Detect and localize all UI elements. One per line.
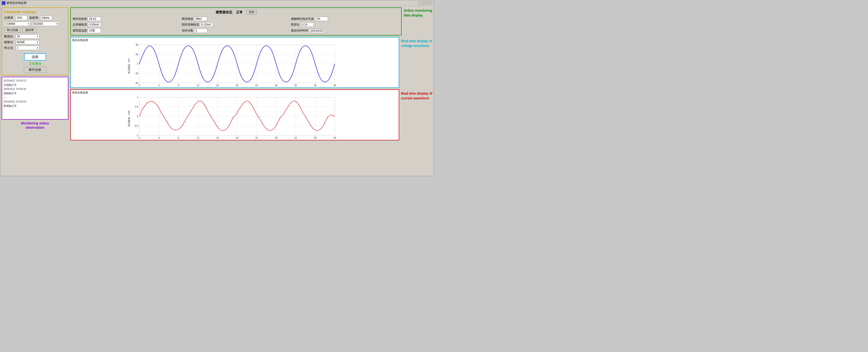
data-item-0: 网压有效值 28 kV [73, 17, 181, 21]
item-label-0: 网压有效值 [73, 17, 87, 21]
svg-text:16: 16 [216, 137, 219, 139]
window-controls: – □ × [418, 1, 432, 5]
svg-text:20: 20 [236, 137, 239, 139]
item-label-5: 阻容比 [291, 23, 300, 27]
svg-text:40: 40 [334, 84, 336, 87]
check-bits-wrapper[interactable]: NONE [16, 40, 39, 44]
data-bits-wrapper[interactable]: 16 [16, 34, 39, 39]
baud-select[interactable]: 921600 [32, 22, 58, 26]
disconnect-button[interactable]: 断开连接 [24, 67, 46, 73]
item-label-6: 避雷器温度 [73, 29, 87, 33]
voltage-chart-label: Real time display ofvoltage waveform [401, 37, 432, 48]
data-bits-row: 数据位 16 [4, 34, 66, 39]
data-item-7: 动作次数 2 [182, 28, 290, 33]
maximize-btn[interactable]: □ [423, 1, 428, 5]
data-bits-label: 数据位 [4, 34, 13, 39]
data-bits-select[interactable]: 16 [16, 34, 39, 39]
svg-text:24: 24 [255, 137, 258, 139]
data-item-1: 网压峰值 38kV [182, 17, 290, 21]
resolution-value: 16位 [15, 15, 27, 20]
item-value-2: 1% [315, 17, 328, 21]
item-value-8: 2023/4/20 [309, 29, 324, 33]
com-select-wrapper[interactable]: COM48 [4, 22, 30, 26]
voltage-chart-svg: 电压幅值（kV） [72, 42, 397, 87]
item-label-7: 动作次数 [182, 29, 193, 33]
svg-text:-40: -40 [135, 82, 138, 84]
data-header: 避雷器状态 正常 关闭 [73, 10, 399, 15]
item-value-4: 0.12mA [200, 22, 213, 27]
stop-bits-label: 停止位 [4, 46, 13, 50]
title-bar: 避雷器在线监测 – □ × [0, 0, 434, 6]
check-bits-select[interactable]: NONE [16, 40, 39, 44]
left-panel: Parameter settings 分辨率 16位 采样率 24kHz COM… [2, 7, 68, 174]
resolution-label: 分辨率 [4, 16, 13, 20]
connect-button[interactable]: 连接 [24, 53, 46, 61]
baud-button[interactable]: 波特率 [23, 27, 36, 33]
current-chart-box: 电流在线监测 电流幅值（mA） [70, 89, 399, 140]
data-item-6: 避雷器温度 25度 [73, 28, 181, 33]
svg-text:36: 36 [314, 137, 317, 139]
connect-area: 连接 正在通信 断开连接 [4, 52, 66, 73]
svg-text:20: 20 [135, 53, 138, 56]
resolution-row: 分辨率 16位 采样率 24kHz [4, 15, 66, 20]
parameter-box: Parameter settings 分辨率 16位 采样率 24kHz COM… [2, 7, 68, 75]
svg-text:20: 20 [236, 84, 239, 87]
monitor-label: Monitoring statusobservation [2, 121, 68, 130]
data-item-2: 接触网总电压失真 1% [291, 17, 399, 21]
status-close-btn[interactable]: 关闭 [247, 10, 256, 15]
voltage-chart-title: 电压在线监测 [72, 38, 397, 42]
item-value-0: 28 kV [88, 17, 101, 21]
voltage-chart-box: 电压在线监测 电压幅值（kV） [70, 37, 399, 88]
svg-text:24: 24 [255, 84, 258, 87]
item-value-7: 2 [194, 29, 207, 33]
svg-text:电压幅值（kV）: 电压幅值（kV） [128, 57, 130, 74]
main-content: Parameter settings 分辨率 16位 采样率 24kHz COM… [0, 6, 434, 176]
sample-rate-value: 24kHz [40, 16, 52, 20]
item-value-5: 0.14 [301, 22, 314, 27]
com-select[interactable]: COM48 [4, 22, 30, 26]
svg-text:16: 16 [216, 84, 219, 87]
param-label: Parameter settings [4, 10, 66, 14]
svg-text:32: 32 [294, 137, 297, 139]
scan-button[interactable]: 串口扫描 [4, 27, 21, 33]
svg-text:0: 0 [137, 115, 138, 118]
close-btn[interactable]: × [428, 1, 432, 5]
arrester-status-value: 正常 [236, 10, 243, 14]
svg-text:0.5: 0.5 [135, 106, 138, 108]
data-item-4: 阳性泄漏电流 0.12mA [182, 22, 290, 27]
online-monitor-label: Online monitoringdata display [404, 7, 432, 18]
item-value-1: 38kV [194, 17, 207, 21]
app-icon [2, 1, 5, 5]
window-title: 避雷器在线监测 [6, 1, 418, 5]
item-label-4: 阳性泄漏电流 [182, 23, 199, 27]
stop-bits-select[interactable]: 1 [16, 46, 39, 50]
minimize-btn[interactable]: – [418, 1, 423, 5]
connection-status: 正在通信 [29, 61, 41, 66]
data-item-8: 最后动作时间 2023/4/20 [291, 28, 399, 33]
right-panel: 避雷器状态 正常 关闭 网压有效值 28 kV 网压峰值 38kV [70, 7, 432, 174]
item-label-2: 接触网总电压失真 [291, 17, 314, 21]
arrester-status-label: 避雷器状态 [216, 10, 232, 14]
baud-select-wrapper[interactable]: 921600 [32, 22, 58, 26]
stop-bits-wrapper[interactable]: 1 [16, 46, 39, 50]
svg-text:0: 0 [138, 84, 140, 87]
svg-text:4: 4 [158, 137, 160, 139]
svg-text:28: 28 [275, 84, 278, 87]
charts-area: 电压在线监测 电压幅值（kV） [70, 37, 432, 174]
svg-text:32: 32 [294, 84, 297, 87]
svg-text:40: 40 [135, 43, 138, 46]
check-bits-label: 校验位 [4, 40, 13, 44]
svg-text:-20: -20 [135, 72, 138, 75]
svg-text:12: 12 [197, 137, 199, 139]
stop-bits-row: 停止位 1 [4, 46, 66, 50]
voltage-chart-outer: 电压在线监测 电压幅值（kV） [70, 37, 432, 88]
item-label-8: 最后动作时间 [291, 29, 308, 33]
svg-text:1: 1 [137, 96, 138, 99]
monitor-log-box: 2023/4/21 19:30:13 拉锯触正常 2023/4/21 19:30… [2, 77, 68, 120]
svg-text:40: 40 [334, 137, 336, 139]
svg-text:8: 8 [178, 137, 179, 139]
svg-text:0: 0 [138, 137, 140, 139]
current-chart-outer: 电流在线监测 电流幅值（mA） [70, 89, 432, 140]
monitor-log-text: 2023/4/21 19:30:13 拉锯触正常 2023/4/21 19:30… [4, 79, 66, 108]
sample-rate-label: 采样率 [29, 16, 38, 20]
